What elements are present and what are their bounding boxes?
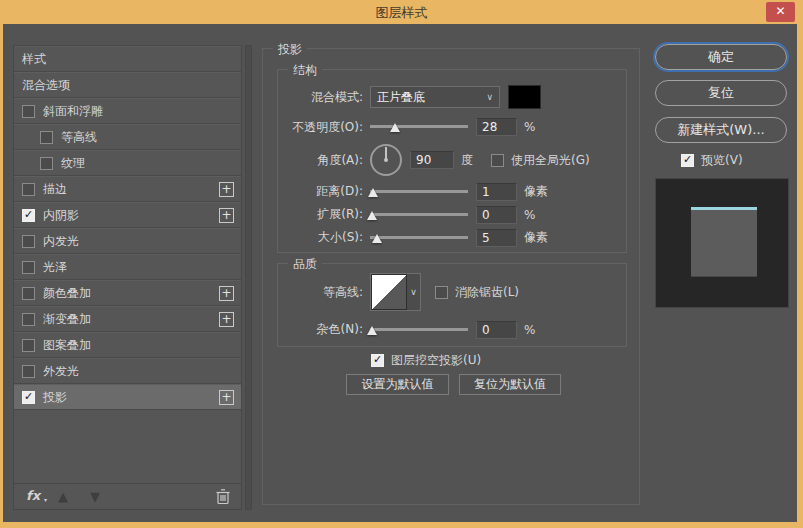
sidebar-list: 样式混合选项斜面和浮雕等高线纹理描边+内阴影+内发光光泽颜色叠加+渐变叠加+图案… — [14, 46, 241, 410]
sidebar-item-checkbox[interactable] — [22, 339, 35, 352]
sidebar-item-2[interactable]: 斜面和浮雕 — [14, 98, 241, 124]
plus-icon[interactable]: + — [219, 182, 234, 197]
sidebar-item-label: 图案叠加 — [43, 337, 91, 354]
angle-dial[interactable] — [370, 144, 402, 176]
sidebar-item-label: 纹理 — [61, 155, 85, 172]
slider-thumb[interactable] — [368, 188, 378, 197]
sidebar-item-checkbox[interactable] — [22, 313, 35, 326]
sidebar-item-checkbox[interactable] — [40, 131, 53, 144]
preview-toggle-row: 预览(V) — [681, 152, 743, 169]
plus-icon[interactable]: + — [219, 208, 234, 223]
sidebar-item-checkbox[interactable] — [22, 261, 35, 274]
global-light-checkbox[interactable] — [491, 154, 504, 167]
reset-button[interactable]: 复位 — [655, 80, 787, 106]
plus-icon[interactable]: + — [219, 286, 234, 301]
blend-mode-select[interactable]: 正片叠底 ∨ — [370, 86, 500, 108]
sidebar-item-checkbox[interactable] — [22, 105, 35, 118]
sidebar-item-checkbox[interactable] — [22, 365, 35, 378]
angle-unit: 度 — [461, 152, 473, 169]
quality-legend: 品质 — [288, 256, 322, 273]
sidebar-item-10[interactable]: 渐变叠加+ — [14, 306, 241, 332]
slider-track — [370, 125, 468, 128]
distance-label: 距离(D): — [278, 183, 370, 200]
fx-icon[interactable]: fx — [26, 488, 40, 503]
sidebar-item-7[interactable]: 内发光 — [14, 228, 241, 254]
close-icon: ✕ — [775, 4, 785, 18]
opacity-unit: % — [524, 120, 535, 134]
close-button[interactable]: ✕ — [766, 2, 795, 22]
blend-mode-value: 正片叠底 — [377, 89, 486, 106]
reset-defaults-button[interactable]: 复位为默认值 — [459, 374, 561, 395]
slider-thumb[interactable] — [367, 211, 377, 220]
opacity-input[interactable] — [476, 118, 517, 136]
plus-icon[interactable]: + — [219, 312, 234, 327]
layer-knockout-checkbox[interactable] — [371, 354, 384, 367]
sidebar-item-0[interactable]: 样式 — [14, 46, 241, 72]
sidebar-item-label: 描边 — [43, 181, 67, 198]
fx-menu-arrow-icon: ▾ — [44, 496, 47, 503]
sidebar-scrollbar[interactable] — [245, 45, 252, 510]
set-defaults-button[interactable]: 设置为默认值 — [346, 374, 449, 395]
structure-group: 结构 混合模式: 正片叠底 ∨ 不透明度(O): — [277, 69, 627, 253]
distance-slider[interactable] — [370, 185, 468, 199]
spread-input[interactable] — [476, 206, 517, 224]
drop-shadow-panel: 投影 结构 混合模式: 正片叠底 ∨ 不透明度(O): — [262, 48, 640, 505]
size-slider[interactable] — [370, 231, 468, 245]
slider-thumb[interactable] — [372, 234, 382, 243]
sidebar-item-label: 等高线 — [61, 129, 97, 146]
opacity-row: 不透明度(O): % — [278, 114, 626, 140]
sidebar-item-5[interactable]: 描边+ — [14, 176, 241, 202]
delete-effect-icon[interactable] — [215, 488, 231, 505]
sidebar-item-checkbox[interactable] — [40, 157, 53, 170]
knockout-row: 图层挖空投影(U) — [371, 352, 481, 369]
sidebar-item-6[interactable]: 内阴影+ — [14, 202, 241, 228]
sidebar-item-9[interactable]: 颜色叠加+ — [14, 280, 241, 306]
slider-thumb[interactable] — [367, 326, 377, 335]
sidebar-item-label: 混合选项 — [22, 77, 70, 94]
angle-row: 角度(A): 度 使用全局光(G) — [278, 140, 626, 180]
sidebar-item-checkbox[interactable] — [22, 183, 35, 196]
shadow-color-swatch[interactable] — [508, 85, 541, 109]
sidebar-item-label: 投影 — [43, 389, 67, 406]
panel-title: 投影 — [273, 41, 307, 58]
noise-input[interactable] — [476, 321, 517, 339]
slider-track — [370, 236, 468, 239]
contour-picker[interactable]: ∨ — [370, 273, 421, 311]
move-down-icon[interactable]: ▼ — [90, 489, 100, 504]
move-up-icon[interactable]: ▲ — [58, 489, 68, 504]
anti-alias-checkbox[interactable] — [435, 286, 448, 299]
sidebar-item-checkbox[interactable] — [22, 287, 35, 300]
size-input[interactable] — [476, 229, 517, 247]
preview-checkbox[interactable] — [681, 154, 694, 167]
window-title: 图层样式 — [0, 4, 803, 22]
opacity-label: 不透明度(O): — [278, 119, 370, 136]
sidebar-item-1[interactable]: 混合选项 — [14, 72, 241, 98]
sidebar-item-label: 内阴影 — [43, 207, 79, 224]
sidebar-item-checkbox[interactable] — [22, 209, 35, 222]
titlebar[interactable]: 图层样式 ✕ — [0, 0, 803, 24]
new-style-button[interactable]: 新建样式(W)... — [655, 117, 787, 143]
sidebar-item-3[interactable]: 等高线 — [14, 124, 241, 150]
sidebar-item-checkbox[interactable] — [22, 235, 35, 248]
blend-mode-label: 混合模式: — [278, 89, 370, 106]
sidebar-item-8[interactable]: 光泽 — [14, 254, 241, 280]
sidebar-item-12[interactable]: 外发光 — [14, 358, 241, 384]
sidebar-item-4[interactable]: 纹理 — [14, 150, 241, 176]
opacity-slider[interactable] — [370, 120, 468, 134]
slider-track — [370, 213, 468, 216]
plus-icon[interactable]: + — [219, 390, 234, 405]
angle-hub — [384, 158, 388, 162]
sidebar-item-label: 颜色叠加 — [43, 285, 91, 302]
contour-label: 等高线: — [278, 284, 370, 301]
slider-thumb[interactable] — [390, 123, 400, 132]
noise-slider[interactable] — [370, 323, 468, 337]
sidebar-item-13[interactable]: 投影+ — [14, 384, 241, 410]
spread-slider[interactable] — [370, 208, 468, 222]
distance-input[interactable] — [476, 183, 517, 201]
angle-input[interactable] — [410, 151, 454, 169]
ok-button[interactable]: 确定 — [655, 44, 787, 70]
sidebar-item-11[interactable]: 图案叠加 — [14, 332, 241, 358]
sidebar-item-label: 样式 — [22, 51, 46, 68]
structure-legend: 结构 — [288, 62, 322, 79]
sidebar-item-checkbox[interactable] — [22, 391, 35, 404]
